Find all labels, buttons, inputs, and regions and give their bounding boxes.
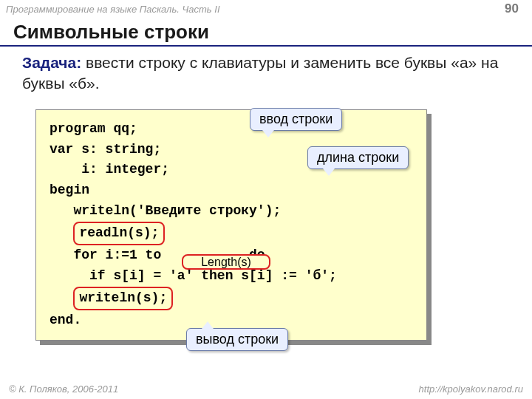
code-line: i: integer; bbox=[50, 162, 169, 177]
callout-output: вывод строки bbox=[186, 328, 288, 351]
code-line: begin bbox=[50, 183, 89, 197]
task-body: ввести строку с клавиатуры и заменить вс… bbox=[22, 54, 498, 92]
code-line: var s: string; bbox=[50, 142, 161, 157]
task-label: Задача: bbox=[22, 54, 81, 71]
code-line: for i:=1 to bbox=[50, 248, 169, 262]
code-line: end. bbox=[50, 313, 81, 327]
page-number: 90 bbox=[505, 1, 519, 16]
task-text: Задача: ввести строку с клавиатуры и зам… bbox=[0, 52, 532, 102]
copyright: © К. Поляков, 2006-2011 bbox=[9, 383, 118, 395]
code-line: if s[i] = 'а' then s[i] := 'б'; bbox=[50, 268, 337, 283]
code-content: program qq; var s: string; i: integer; b… bbox=[35, 109, 427, 341]
code-block: program qq; var s: string; i: integer; b… bbox=[35, 109, 427, 341]
code-line: program qq; bbox=[50, 121, 137, 136]
callout-input: ввод строки bbox=[250, 108, 342, 131]
header-bar: Программирование на языке Паскаль. Часть… bbox=[0, 0, 532, 18]
code-line: writeln('Введите строку'); bbox=[50, 203, 281, 218]
url: http://kpolyakov.narod.ru bbox=[419, 383, 523, 395]
code-line bbox=[50, 290, 73, 305]
highlight-readln: readln(s); bbox=[73, 222, 165, 245]
highlight-writeln: writeln(s); bbox=[73, 287, 173, 310]
footer: © К. Поляков, 2006-2011 http://kpolyakov… bbox=[0, 383, 532, 395]
callout-length: длина строки bbox=[307, 146, 409, 169]
highlight-length: Length(s) bbox=[182, 254, 270, 270]
course-label: Программирование на языке Паскаль. Часть… bbox=[6, 4, 220, 15]
page-title: Символьные строки bbox=[0, 18, 532, 47]
code-line bbox=[50, 225, 73, 240]
